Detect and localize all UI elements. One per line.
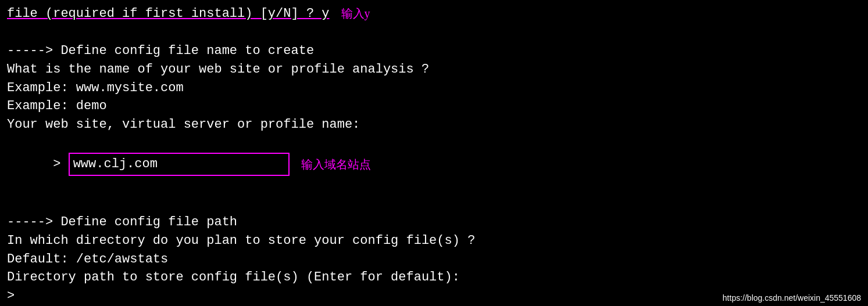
line-your-web-site: Your web site, virtual server or profile… [7,116,861,134]
domain-input-box[interactable]: www.clj.com [69,153,290,176]
line-example-mysite: Example: www.mysite.com [7,79,861,98]
terminal-window: file (required if first install) [y/N] ?… [0,0,868,306]
empty-line-2 [7,195,861,213]
line-what-is-name: What is the name of your web site or pro… [7,60,861,79]
url-label: https://blog.csdn.net/weixin_45551608 [723,293,861,303]
line-default-awstats: Default: /etc/awstats [7,250,861,269]
prompt-domain: > www.clj.com [7,134,290,195]
line-file-required: file (required if first install) [y/N] ?… [7,5,861,23]
line-in-which-directory: In which directory do you plan to store … [7,232,861,250]
empty-line-1 [7,23,861,42]
line-define-config-path: -----> Define config file path [7,213,861,232]
annotation-domain: 输入域名站点 [301,157,371,172]
line-example-demo: Example: demo [7,97,861,116]
line-directory-path: Directory path to store config file(s) (… [7,268,861,287]
text-file-required: file (required if first install) [y/N] ?… [7,5,330,23]
prompt-char: > [53,157,68,171]
line-domain-input: > www.clj.com 输入域名站点 [7,134,861,195]
annotation-input-y: 输入y [341,6,370,21]
line-define-config-name: -----> Define config file name to create [7,42,861,60]
